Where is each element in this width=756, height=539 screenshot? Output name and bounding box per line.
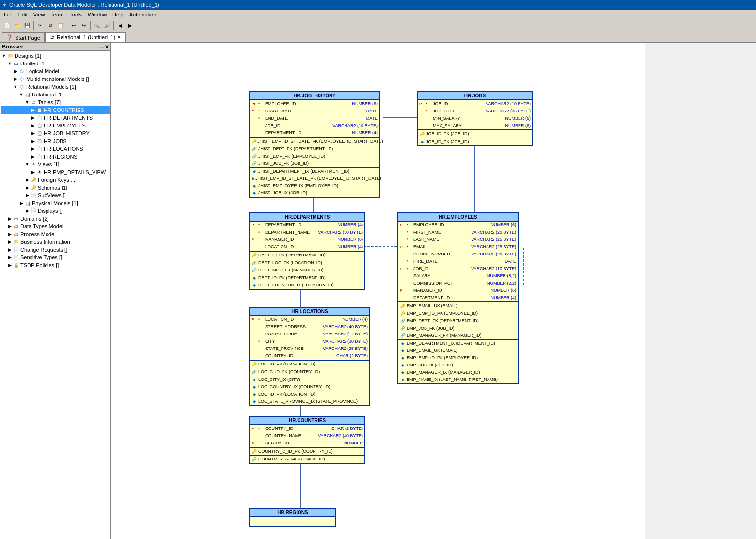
- expand-hr-jobs[interactable]: ▶: [30, 139, 36, 143]
- toolbar-new[interactable]: 📄: [2, 21, 12, 31]
- tree-sensitive-types[interactable]: ▶ 📄 Sensitive Types []: [1, 254, 110, 261]
- expand-changes[interactable]: ▶: [7, 247, 13, 252]
- tree-multidim[interactable]: ▶ ⬡ Multidimensional Models []: [1, 75, 110, 83]
- menu-tools[interactable]: Tools: [66, 11, 85, 18]
- tree-subviews[interactable]: ▶ 📄 SubViews []: [1, 191, 110, 199]
- expand-data-types[interactable]: ▶: [7, 224, 13, 229]
- expand-tables[interactable]: ▼: [24, 100, 30, 105]
- expand-hr-locations[interactable]: ▶: [30, 146, 36, 151]
- menu-help[interactable]: Help: [110, 11, 126, 18]
- expand-hr-departments[interactable]: ▶: [30, 115, 36, 120]
- table-jobs[interactable]: HR.JOBS P*JOB_IDVARCHAR2 (10 BYTE) *JOB_…: [417, 91, 533, 146]
- expand-tsdp[interactable]: ▶: [7, 263, 13, 268]
- menu-edit[interactable]: Edit: [16, 11, 31, 18]
- expand-hr-regions[interactable]: ▶: [30, 154, 36, 159]
- expand-untitled1[interactable]: ▼: [7, 61, 13, 66]
- menu-automation[interactable]: Automation: [126, 11, 159, 18]
- tree-process-model[interactable]: ▶ 🗃 Process Model: [1, 230, 110, 238]
- toolbar-forward[interactable]: ▶: [126, 21, 135, 31]
- expand-designs[interactable]: ▼: [1, 53, 7, 58]
- emp-details-icon: 👁: [36, 169, 43, 175]
- tab-relational[interactable]: 🗂 Relational_1 (Untitled_1) ✕: [45, 32, 126, 42]
- tree-foreign-keys[interactable]: ▶ 🔑 Foreign Keys ...: [1, 176, 110, 184]
- toolbar-back[interactable]: ◀: [115, 21, 125, 31]
- tree-relational-models[interactable]: ▼ ⬡ Relational Models [1]: [1, 83, 110, 91]
- expand-domains[interactable]: ▶: [7, 216, 13, 221]
- expand-multidim[interactable]: ▶: [13, 77, 18, 81]
- expand-foreign-keys[interactable]: ▶: [24, 177, 30, 182]
- changes-icon: 📄: [13, 246, 19, 253]
- tree-business-info[interactable]: ▶ 📁 Business Information: [1, 238, 110, 246]
- expand-hr-countries[interactable]: ▶: [30, 108, 36, 112]
- expand-hr-job-history[interactable]: ▶: [30, 131, 36, 136]
- tab-start-page[interactable]: ❓ Start Page: [2, 32, 45, 42]
- expand-relational1[interactable]: ▼: [18, 92, 24, 97]
- tree-tables[interactable]: ▼ 🗂 Tables [7]: [1, 98, 110, 106]
- table-employees-fk: 🔗EMP_DEPT_FK (DEPARTMENT_ID) 🔗EMP_JOB_FK…: [398, 317, 518, 339]
- expand-displays[interactable]: ▶: [24, 208, 30, 213]
- expand-physical[interactable]: ▶: [18, 201, 24, 206]
- toolbar-save[interactable]: 💾: [22, 21, 32, 31]
- tree-hr-departments[interactable]: ▶ 📋 HR.DEPARTMENTS: [1, 114, 110, 122]
- tree-designs[interactable]: ▼ 📁 Designs [1]: [1, 52, 110, 60]
- table-employees[interactable]: HR.EMPLOYEES P*EMPLOYEE_IDNUMBER (6) *FI…: [397, 212, 519, 384]
- tree-hr-job-history[interactable]: ▶ 📋 HR.JOB_HISTORY: [1, 129, 110, 137]
- table-job-history[interactable]: HR.JOB_HISTORY PF*EMPLOYEE_IDNUMBER (6) …: [249, 91, 380, 198]
- tree-relational1[interactable]: ▼ 📊 Relational_1: [1, 91, 110, 98]
- tree-emp-details-view[interactable]: ▶ 👁 HR.EMP_DETAILS_VIEW: [1, 168, 110, 176]
- tree-hr-locations[interactable]: ▶ 📋 HR.LOCATIONS: [1, 145, 110, 153]
- table-countries-pk: 🔑COUNTRY_C_ID_PK (COUNTRY_ID): [250, 447, 364, 455]
- expand-process[interactable]: ▶: [7, 232, 13, 237]
- menu-file[interactable]: File: [1, 11, 16, 18]
- toolbar-open[interactable]: 📂: [12, 21, 22, 31]
- browser-minimize-icon[interactable]: —: [99, 44, 104, 49]
- tree-change-requests[interactable]: ▶ 📄 Change Requests []: [1, 246, 110, 254]
- browser-panel: Browser — ✕ ▼ 📁 Designs [1] ▼ 🗃 Untitled…: [0, 43, 111, 539]
- tree-data-types[interactable]: ▶ 🗃 Data Types Model: [1, 222, 110, 230]
- tree-container[interactable]: ▼ 📁 Designs [1] ▼ 🗃 Untitled_1 ▶ ⬡ Logic…: [0, 51, 110, 539]
- table-jobs-idx: ◆JOB_ID_PK (JOB_ID): [418, 138, 532, 145]
- toolbar-zoom-in[interactable]: 🔍: [92, 21, 102, 31]
- toolbar-undo[interactable]: ↩: [69, 21, 79, 31]
- expand-schemas[interactable]: ▶: [24, 185, 30, 190]
- tree-hr-employees[interactable]: ▶ 📋 HR.EMPLOYEES: [1, 122, 110, 129]
- table-countries[interactable]: HR.COUNTRIES P*COUNTRY_IDCHAR (2 BYTE) C…: [249, 416, 365, 464]
- tree-schemas[interactable]: ▶ 🔑 Schemas [1]: [1, 184, 110, 191]
- tree-displays[interactable]: ▶ 📄 Displays []: [1, 207, 110, 215]
- expand-logical[interactable]: ▶: [13, 69, 18, 74]
- subviews-icon: 📄: [30, 192, 37, 199]
- menu-view[interactable]: View: [31, 11, 48, 18]
- canvas-area[interactable]: HR.JOB_HISTORY PF*EMPLOYEE_IDNUMBER (6) …: [111, 43, 756, 539]
- toolbar-redo[interactable]: ↪: [79, 21, 89, 31]
- tree-physical-models[interactable]: ▶ 📊 Physical Models [1]: [1, 199, 110, 207]
- table-employees-header: HR.EMPLOYEES: [398, 213, 518, 221]
- toolbar-cut[interactable]: ✂: [35, 21, 45, 31]
- expand-views[interactable]: ▼: [24, 162, 30, 167]
- toolbar-paste[interactable]: 📋: [56, 21, 65, 31]
- tree-hr-regions[interactable]: ▶ 📋 HR.REGIONS: [1, 153, 110, 160]
- browser-header-icons: — ✕: [99, 44, 109, 49]
- tree-tsdp[interactable]: ▶ 🔒 TSDP Policies []: [1, 261, 110, 269]
- business-label: Business Information: [20, 239, 70, 245]
- tree-hr-countries[interactable]: ▶ 📋 HR.COUNTRIES: [1, 106, 110, 114]
- table-locations[interactable]: HR.LOCATIONS P*LOCATION_IDNUMBER (4) STR…: [249, 307, 370, 406]
- table-regions[interactable]: HR.REGIONS: [249, 508, 336, 527]
- tree-untitled1[interactable]: ▼ 🗃 Untitled_1: [1, 60, 110, 67]
- tree-logical[interactable]: ▶ ⬡ Logical Model: [1, 67, 110, 75]
- expand-hr-employees[interactable]: ▶: [30, 123, 36, 128]
- tree-hr-jobs[interactable]: ▶ 📋 HR.JOBS: [1, 137, 110, 145]
- expand-relational-models[interactable]: ▼: [13, 84, 18, 89]
- expand-emp-details[interactable]: ▶: [30, 170, 36, 174]
- expand-sensitive[interactable]: ▶: [7, 255, 13, 260]
- menu-team[interactable]: Team: [47, 11, 66, 18]
- menu-window[interactable]: Window: [85, 11, 110, 18]
- expand-subviews[interactable]: ▶: [24, 193, 30, 198]
- browser-close-icon[interactable]: ✕: [105, 44, 109, 49]
- table-departments[interactable]: HR.DEPARTMENTS P*DEPARTMENT_IDNUMBER (4)…: [249, 212, 365, 290]
- tree-domains[interactable]: ▶ 🗃 Domains [2]: [1, 215, 110, 222]
- toolbar-zoom-out[interactable]: 🔎: [102, 21, 112, 31]
- tab-close-icon[interactable]: ✕: [117, 35, 121, 40]
- tree-views[interactable]: ▼ 👁 Views [1]: [1, 160, 110, 168]
- toolbar-copy[interactable]: ⧉: [46, 21, 55, 31]
- expand-business[interactable]: ▶: [7, 239, 13, 244]
